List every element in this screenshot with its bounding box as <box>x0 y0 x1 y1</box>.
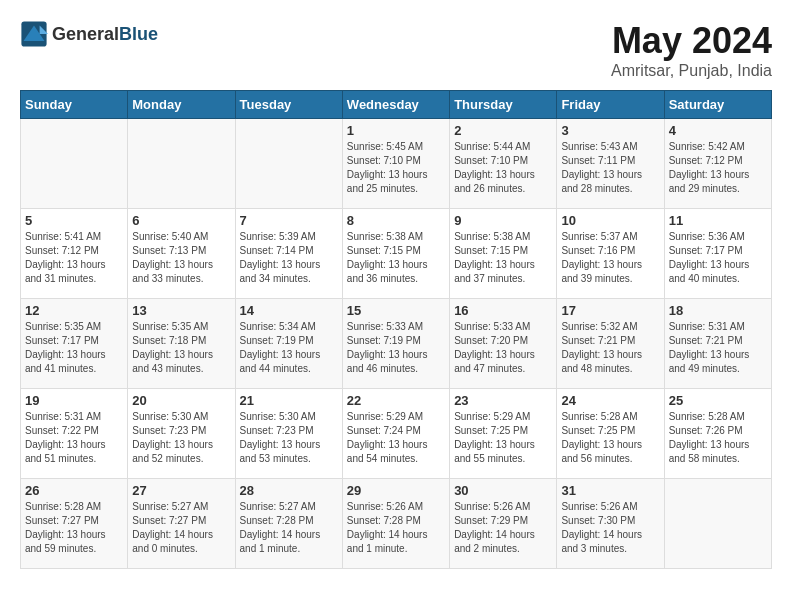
day-info: Sunrise: 5:37 AM Sunset: 7:16 PM Dayligh… <box>561 230 659 286</box>
week-row-4: 19Sunrise: 5:31 AM Sunset: 7:22 PM Dayli… <box>21 389 772 479</box>
calendar-cell: 12Sunrise: 5:35 AM Sunset: 7:17 PM Dayli… <box>21 299 128 389</box>
day-number: 12 <box>25 303 123 318</box>
day-info: Sunrise: 5:33 AM Sunset: 7:20 PM Dayligh… <box>454 320 552 376</box>
calendar-cell: 2Sunrise: 5:44 AM Sunset: 7:10 PM Daylig… <box>450 119 557 209</box>
day-number: 2 <box>454 123 552 138</box>
day-of-week-tuesday: Tuesday <box>235 91 342 119</box>
day-number: 18 <box>669 303 767 318</box>
week-row-5: 26Sunrise: 5:28 AM Sunset: 7:27 PM Dayli… <box>21 479 772 569</box>
header: GeneralBlue May 2024 Amritsar, Punjab, I… <box>20 20 772 80</box>
calendar-cell: 15Sunrise: 5:33 AM Sunset: 7:19 PM Dayli… <box>342 299 449 389</box>
day-info: Sunrise: 5:41 AM Sunset: 7:12 PM Dayligh… <box>25 230 123 286</box>
calendar-cell <box>21 119 128 209</box>
calendar-cell: 22Sunrise: 5:29 AM Sunset: 7:24 PM Dayli… <box>342 389 449 479</box>
calendar-cell: 29Sunrise: 5:26 AM Sunset: 7:28 PM Dayli… <box>342 479 449 569</box>
day-info: Sunrise: 5:42 AM Sunset: 7:12 PM Dayligh… <box>669 140 767 196</box>
calendar-cell: 8Sunrise: 5:38 AM Sunset: 7:15 PM Daylig… <box>342 209 449 299</box>
day-number: 17 <box>561 303 659 318</box>
day-number: 22 <box>347 393 445 408</box>
day-number: 3 <box>561 123 659 138</box>
day-number: 30 <box>454 483 552 498</box>
day-info: Sunrise: 5:38 AM Sunset: 7:15 PM Dayligh… <box>454 230 552 286</box>
calendar-cell: 10Sunrise: 5:37 AM Sunset: 7:16 PM Dayli… <box>557 209 664 299</box>
week-row-2: 5Sunrise: 5:41 AM Sunset: 7:12 PM Daylig… <box>21 209 772 299</box>
calendar-cell: 6Sunrise: 5:40 AM Sunset: 7:13 PM Daylig… <box>128 209 235 299</box>
day-info: Sunrise: 5:39 AM Sunset: 7:14 PM Dayligh… <box>240 230 338 286</box>
calendar-cell: 25Sunrise: 5:28 AM Sunset: 7:26 PM Dayli… <box>664 389 771 479</box>
day-number: 7 <box>240 213 338 228</box>
day-number: 14 <box>240 303 338 318</box>
week-row-1: 1Sunrise: 5:45 AM Sunset: 7:10 PM Daylig… <box>21 119 772 209</box>
week-row-3: 12Sunrise: 5:35 AM Sunset: 7:17 PM Dayli… <box>21 299 772 389</box>
day-info: Sunrise: 5:35 AM Sunset: 7:18 PM Dayligh… <box>132 320 230 376</box>
day-number: 6 <box>132 213 230 228</box>
logo: GeneralBlue <box>20 20 158 48</box>
calendar-cell: 31Sunrise: 5:26 AM Sunset: 7:30 PM Dayli… <box>557 479 664 569</box>
main-title: May 2024 <box>611 20 772 62</box>
day-info: Sunrise: 5:26 AM Sunset: 7:30 PM Dayligh… <box>561 500 659 556</box>
calendar-cell: 7Sunrise: 5:39 AM Sunset: 7:14 PM Daylig… <box>235 209 342 299</box>
day-number: 25 <box>669 393 767 408</box>
calendar-cell: 13Sunrise: 5:35 AM Sunset: 7:18 PM Dayli… <box>128 299 235 389</box>
day-info: Sunrise: 5:28 AM Sunset: 7:26 PM Dayligh… <box>669 410 767 466</box>
day-number: 26 <box>25 483 123 498</box>
day-info: Sunrise: 5:35 AM Sunset: 7:17 PM Dayligh… <box>25 320 123 376</box>
calendar-cell: 18Sunrise: 5:31 AM Sunset: 7:21 PM Dayli… <box>664 299 771 389</box>
calendar-header: SundayMondayTuesdayWednesdayThursdayFrid… <box>21 91 772 119</box>
calendar-cell: 16Sunrise: 5:33 AM Sunset: 7:20 PM Dayli… <box>450 299 557 389</box>
calendar-cell: 20Sunrise: 5:30 AM Sunset: 7:23 PM Dayli… <box>128 389 235 479</box>
calendar-cell: 30Sunrise: 5:26 AM Sunset: 7:29 PM Dayli… <box>450 479 557 569</box>
logo-general-text: General <box>52 24 119 44</box>
logo-blue-text: Blue <box>119 24 158 44</box>
day-of-week-monday: Monday <box>128 91 235 119</box>
calendar-cell: 28Sunrise: 5:27 AM Sunset: 7:28 PM Dayli… <box>235 479 342 569</box>
calendar-cell: 5Sunrise: 5:41 AM Sunset: 7:12 PM Daylig… <box>21 209 128 299</box>
day-info: Sunrise: 5:36 AM Sunset: 7:17 PM Dayligh… <box>669 230 767 286</box>
day-number: 10 <box>561 213 659 228</box>
calendar-cell: 26Sunrise: 5:28 AM Sunset: 7:27 PM Dayli… <box>21 479 128 569</box>
day-of-week-wednesday: Wednesday <box>342 91 449 119</box>
calendar-table: SundayMondayTuesdayWednesdayThursdayFrid… <box>20 90 772 569</box>
day-info: Sunrise: 5:30 AM Sunset: 7:23 PM Dayligh… <box>132 410 230 466</box>
day-number: 5 <box>25 213 123 228</box>
calendar-cell: 11Sunrise: 5:36 AM Sunset: 7:17 PM Dayli… <box>664 209 771 299</box>
calendar-cell: 24Sunrise: 5:28 AM Sunset: 7:25 PM Dayli… <box>557 389 664 479</box>
calendar-cell: 1Sunrise: 5:45 AM Sunset: 7:10 PM Daylig… <box>342 119 449 209</box>
calendar-cell: 17Sunrise: 5:32 AM Sunset: 7:21 PM Dayli… <box>557 299 664 389</box>
calendar-cell: 9Sunrise: 5:38 AM Sunset: 7:15 PM Daylig… <box>450 209 557 299</box>
day-info: Sunrise: 5:40 AM Sunset: 7:13 PM Dayligh… <box>132 230 230 286</box>
day-info: Sunrise: 5:38 AM Sunset: 7:15 PM Dayligh… <box>347 230 445 286</box>
day-number: 31 <box>561 483 659 498</box>
days-of-week-row: SundayMondayTuesdayWednesdayThursdayFrid… <box>21 91 772 119</box>
day-info: Sunrise: 5:30 AM Sunset: 7:23 PM Dayligh… <box>240 410 338 466</box>
day-number: 24 <box>561 393 659 408</box>
day-of-week-sunday: Sunday <box>21 91 128 119</box>
day-number: 15 <box>347 303 445 318</box>
day-info: Sunrise: 5:43 AM Sunset: 7:11 PM Dayligh… <box>561 140 659 196</box>
day-info: Sunrise: 5:32 AM Sunset: 7:21 PM Dayligh… <box>561 320 659 376</box>
calendar-cell: 23Sunrise: 5:29 AM Sunset: 7:25 PM Dayli… <box>450 389 557 479</box>
day-info: Sunrise: 5:27 AM Sunset: 7:28 PM Dayligh… <box>240 500 338 556</box>
day-info: Sunrise: 5:29 AM Sunset: 7:25 PM Dayligh… <box>454 410 552 466</box>
day-number: 27 <box>132 483 230 498</box>
day-number: 1 <box>347 123 445 138</box>
day-info: Sunrise: 5:44 AM Sunset: 7:10 PM Dayligh… <box>454 140 552 196</box>
day-info: Sunrise: 5:26 AM Sunset: 7:28 PM Dayligh… <box>347 500 445 556</box>
day-number: 4 <box>669 123 767 138</box>
title-area: May 2024 Amritsar, Punjab, India <box>611 20 772 80</box>
calendar-cell <box>664 479 771 569</box>
day-info: Sunrise: 5:26 AM Sunset: 7:29 PM Dayligh… <box>454 500 552 556</box>
day-number: 9 <box>454 213 552 228</box>
day-of-week-thursday: Thursday <box>450 91 557 119</box>
calendar-body: 1Sunrise: 5:45 AM Sunset: 7:10 PM Daylig… <box>21 119 772 569</box>
day-number: 16 <box>454 303 552 318</box>
day-of-week-saturday: Saturday <box>664 91 771 119</box>
logo-icon <box>20 20 48 48</box>
calendar-cell <box>128 119 235 209</box>
day-info: Sunrise: 5:28 AM Sunset: 7:25 PM Dayligh… <box>561 410 659 466</box>
day-info: Sunrise: 5:27 AM Sunset: 7:27 PM Dayligh… <box>132 500 230 556</box>
day-number: 28 <box>240 483 338 498</box>
day-info: Sunrise: 5:34 AM Sunset: 7:19 PM Dayligh… <box>240 320 338 376</box>
day-info: Sunrise: 5:29 AM Sunset: 7:24 PM Dayligh… <box>347 410 445 466</box>
day-number: 23 <box>454 393 552 408</box>
